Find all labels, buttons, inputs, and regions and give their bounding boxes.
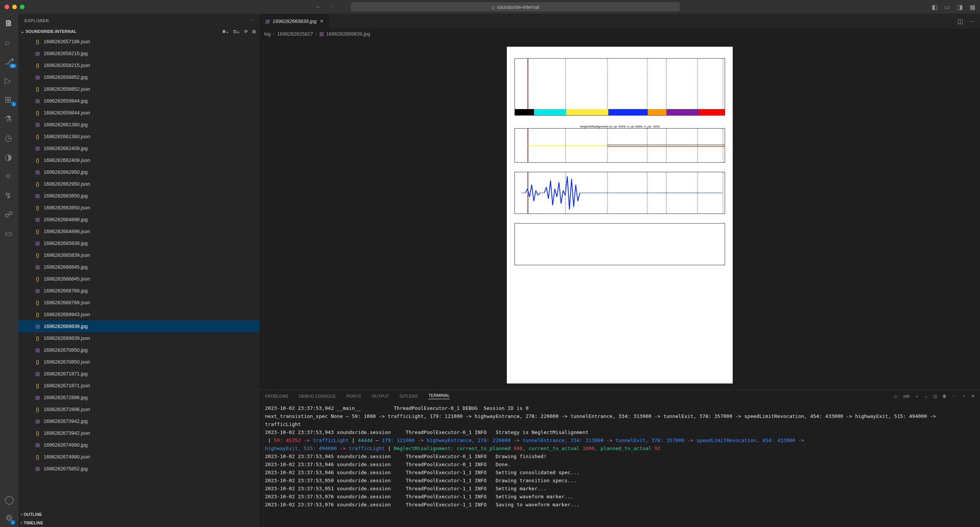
json-icon: {} [34,300,41,305]
command-center-search[interactable]: ⌕ soundsride-internal [351,2,680,11]
run-debug-icon[interactable]: ▷ [5,76,14,86]
panel-tab-debug-console[interactable]: DEBUG CONSOLE [299,394,336,398]
nav-forward-icon[interactable]: → [329,3,335,10]
collapse-all-icon[interactable]: ⊟ [252,29,256,34]
panel-tab-gitlens[interactable]: GITLENS [400,394,418,398]
file-item[interactable]: ▧1696282662950.jpg [18,166,260,178]
file-item[interactable]: {}1696282666845.json [18,273,260,285]
close-panel-icon[interactable]: ✕ [971,394,975,399]
minimize-window[interactable] [12,5,17,9]
file-tree[interactable]: {}1696282657186.json▧1696282658215.jpg{}… [18,36,260,510]
copilot-icon[interactable]: ↯ [5,191,14,201]
source-control-icon[interactable]: ⎇22 [5,57,14,67]
panel-tab-terminal[interactable]: TERMINAL [428,393,450,399]
file-item[interactable]: {}1696282674990.json [18,451,260,463]
close-tab-icon[interactable]: ✕ [320,18,324,24]
project-name: SOUNDSRIDE-INTERNAL [26,29,77,34]
new-terminal-icon[interactable]: ＋ [915,393,919,399]
chart-2-title: NeglectMisalignment (d_cp: 6929, d_ca: 6… [514,125,725,128]
panel-tab-problems[interactable]: PROBLEMS [265,394,288,398]
file-item[interactable]: ▧1696282664898.jpg [18,214,260,225]
tab-open-file[interactable]: ▧ 1696282669839.jpg ✕ [260,14,329,28]
refresh-icon[interactable]: ⟳ [244,29,248,34]
zoom-window[interactable] [20,5,24,9]
settings-icon[interactable]: ⚙1 [5,513,13,523]
split-dropdown-icon[interactable]: ⌄ [924,394,928,399]
sidebar-more-icon[interactable]: ⋯ [249,18,254,23]
search-icon[interactable]: ⌕ [5,38,14,47]
file-item[interactable]: {}1696282661360.json [18,131,260,142]
new-file-icon[interactable]: 🗎₊ [222,29,229,34]
breadcrumb-part[interactable]: 1696282625827 [277,31,313,37]
accounts-icon[interactable]: ◯ [5,495,14,505]
file-item[interactable]: {}1696282672896.json [18,403,260,415]
file-item[interactable]: ▧1696282658852.jpg [18,71,260,83]
nav-back-icon[interactable]: ← [315,3,322,10]
file-item[interactable]: {}1696282669839.json [18,332,260,344]
kill-terminal-icon[interactable]: 🗑 [942,394,947,398]
maximize-panel-icon[interactable]: ＾ [962,393,966,399]
file-item[interactable]: ▧1696282659844.jpg [18,95,260,107]
layout-secondary-icon[interactable]: ◨ [957,3,963,11]
file-item[interactable]: ▧1696282663850.jpg [18,190,260,202]
file-item[interactable]: ▧1696282665839.jpg [18,237,260,249]
file-item[interactable]: ▧1696282669839.jpg [18,320,260,332]
terminal-launch-icon[interactable]: ▷ [895,394,898,399]
file-item[interactable]: ▧1696282668768.jpg [18,285,260,297]
file-item[interactable]: {}1696282658852.json [18,83,260,95]
outline-section[interactable]: › OUTLINE [18,510,260,519]
layout-panel-icon[interactable]: ▭ [944,3,950,11]
sidebar: EXPLORER ⋯ ⌄ SOUNDSRIDE-INTERNAL 🗎₊ 🗀₊ ⟳… [18,14,260,527]
remotes-icon[interactable]: ◷ [5,133,14,143]
file-item[interactable]: ▧1696282673942.jpg [18,415,260,427]
live-share-icon[interactable]: ◑ [5,152,14,162]
layout-primary-icon[interactable]: ◧ [932,3,938,11]
timeline-section[interactable]: › TIMELINE [18,519,260,527]
robot-icon[interactable]: ☍ [5,210,14,220]
file-item[interactable]: ▧1696282666845.jpg [18,261,260,273]
file-item[interactable]: {}1696282662950.json [18,178,260,190]
file-item[interactable]: {}1696282658215.json [18,59,260,71]
file-item[interactable]: {}1696282657186.json [18,36,260,47]
file-item[interactable]: {}1696282664898.json [18,225,260,237]
panel-tab-ports[interactable]: PORTS [346,394,361,398]
customize-layout-icon[interactable]: ▦ [970,3,975,11]
file-item[interactable]: ▧1696282671871.jpg [18,368,260,380]
breadcrumb[interactable]: log › 1696282625827 › ▧ 1696282669839.jp… [260,28,980,39]
comment-icon[interactable]: ▭ [5,229,14,239]
new-folder-icon[interactable]: 🗀₊ [233,29,240,34]
file-item[interactable]: ▧1696282661360.jpg [18,119,260,131]
panel-more-icon[interactable]: ⋯ [952,394,956,399]
file-item[interactable]: ▧1696282670850.jpg [18,344,260,356]
file-item[interactable]: ▧1696282662409.jpg [18,142,260,154]
file-item[interactable]: ▧1696282675852.jpg [18,463,260,475]
file-item[interactable]: {}1696282671871.json [18,380,260,392]
extensions-icon[interactable]: ⊞1 [5,95,14,105]
breadcrumb-part[interactable]: 1696282669839.jpg [326,31,370,37]
testing-icon[interactable]: ⚗ [5,114,14,124]
file-item[interactable]: {}1696282668943.json [18,308,260,320]
file-name: 1696282661360.json [44,134,90,139]
file-item[interactable]: {}1696282659844.json [18,107,260,119]
chat-icon[interactable]: ✧ [5,171,14,181]
split-terminal-icon[interactable]: ◫ [933,394,937,399]
files-icon[interactable]: 🗎 [5,18,14,28]
project-section-header[interactable]: ⌄ SOUNDSRIDE-INTERNAL 🗎₊ 🗀₊ ⟳ ⊟ [18,27,260,36]
breadcrumb-part[interactable]: log [264,31,271,37]
panel-tab-output[interactable]: OUTPUT [372,394,389,398]
more-actions-icon[interactable]: ⋯ [969,18,975,25]
file-item[interactable]: ▧1696282672896.jpg [18,392,260,403]
close-window[interactable] [5,5,9,9]
file-item[interactable]: {}1696282662409.json [18,154,260,166]
split-editor-icon[interactable]: ◫ [957,18,963,25]
file-item[interactable]: {}1696282673942.json [18,427,260,439]
image-preview[interactable]: NeglectMisalignment (d_cp: 6929, d_ca: 6… [260,39,980,389]
terminal-output[interactable]: 2023-10-02 23:37:53,942 __main__ ThreadP… [260,403,980,527]
file-item[interactable]: {}1696282663850.json [18,202,260,214]
file-item[interactable]: ▧1696282674990.jpg [18,439,260,451]
file-item[interactable]: ▧1696282658215.jpg [18,47,260,59]
file-item[interactable]: {}1696282668768.json [18,297,260,308]
shell-label[interactable]: zsh [903,394,910,398]
file-item[interactable]: {}1696282665839.json [18,249,260,261]
file-item[interactable]: {}1696282670850.json [18,356,260,368]
